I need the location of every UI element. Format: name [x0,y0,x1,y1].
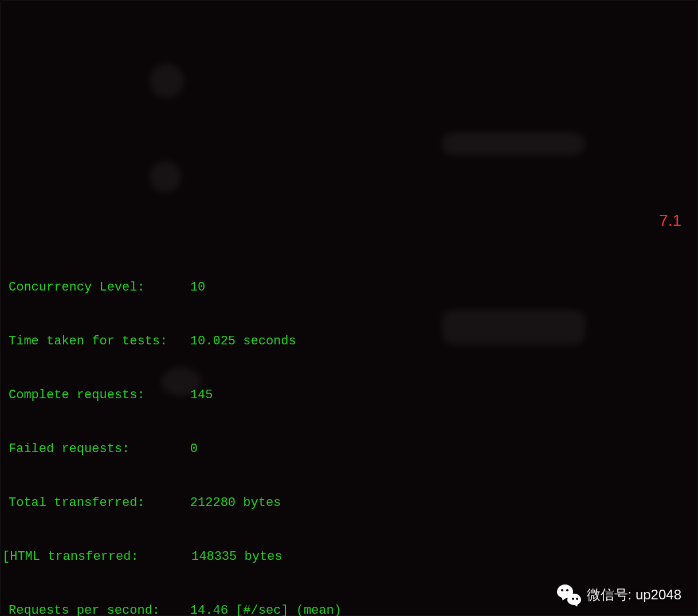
terminal-output: 7.1 Concurrency Level: 10 Time taken for… [0,0,698,616]
watermark: 微信号: up2048 [557,584,681,605]
stat-label: Failed requests: [9,440,190,458]
stat-value: 14.46 [#/sec] (mean) [190,602,342,616]
stat-row-html-transferred: [HTML transferred: 148335 bytes [1,548,697,566]
bg-blob [150,161,181,193]
stat-value: 212280 bytes [190,494,281,512]
stat-label: Concurrency Level: [9,278,190,296]
stat-label: [HTML transferred: [2,548,191,566]
stat-value: 145 [190,386,213,404]
watermark-label: 微信号: up2048 [587,586,681,603]
stat-value: 10 [190,278,205,296]
stat-row-complete-requests: Complete requests: 145 [1,386,697,404]
wechat-icon [557,584,581,605]
stat-value: 0 [190,440,198,458]
stat-row-time-taken: Time taken for tests: 10.025 seconds [1,332,697,350]
version-tag: 7.1 [659,211,681,229]
stat-row-failed-requests: Failed requests: 0 [1,440,697,458]
bg-blob [150,64,184,98]
stat-value: 10.025 seconds [190,332,296,350]
ab-result-block-7-1: 7.1 Concurrency Level: 10 Time taken for… [1,203,697,616]
bg-blob [442,132,585,155]
stat-row-concurrency: Concurrency Level: 10 [1,278,697,296]
stat-label: Time taken for tests: [9,332,190,350]
stat-row-total-transferred: Total transferred: 212280 bytes [1,494,697,512]
stat-label: Complete requests: [9,386,190,404]
stat-value: 148335 bytes [191,548,282,566]
stat-label: Requests per second: [9,602,190,616]
stat-label: Total transferred: [9,494,190,512]
